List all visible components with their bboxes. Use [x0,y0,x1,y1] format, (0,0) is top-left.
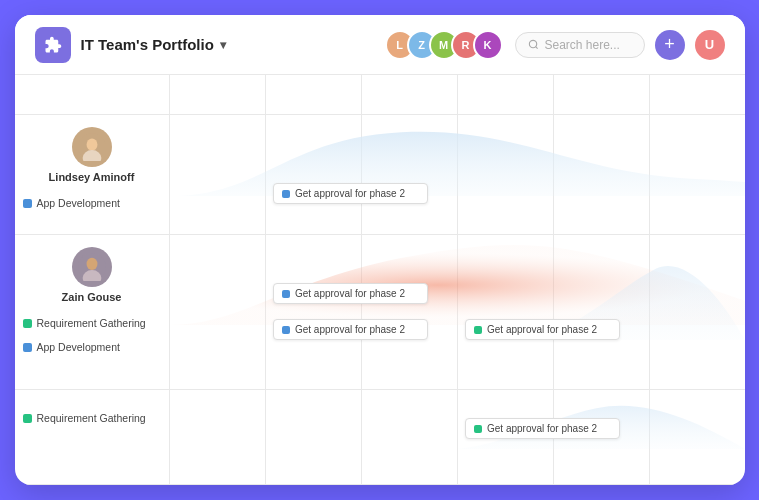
main-content: Lindsey Aminoff App Development [15,75,745,485]
grid-col [266,390,362,484]
task-chip-zain-1[interactable]: Get approval for phase 2 [273,283,428,304]
task-dot-blue [23,199,32,208]
task-chip-third-1[interactable]: Get approval for phase 2 [465,418,620,439]
person-info-zain: Zain Gouse [15,235,169,311]
task-label-text: App Development [37,341,120,353]
col-header-1 [170,75,266,114]
portfolio-title[interactable]: IT Team's Portfolio ▾ [81,36,226,53]
title-text: IT Team's Portfolio [81,36,214,53]
task-chip-zain-3[interactable]: Get approval for phase 2 [465,319,620,340]
grid-col [458,115,554,234]
task-label-req-gathering-third: Requirement Gathering [15,406,169,430]
task-dot-blue [23,343,32,352]
grid-col [362,115,458,234]
grid-col [362,235,458,389]
task-label-text: App Development [37,197,120,209]
timeline-area: Get approval for phase 2 [170,75,745,485]
svg-point-5 [86,258,97,270]
grid-col [650,235,745,389]
header-spacer [15,75,169,115]
chip-dot-green [474,326,482,334]
grid-col [650,115,745,234]
timeline-section-lindsey: Get approval for phase 2 [170,115,745,235]
avatar-lindsey [72,127,112,167]
col-header-4 [458,75,554,114]
grid-col [170,390,266,484]
grid-col [362,390,458,484]
timeline-grid-lindsey [170,115,745,234]
timeline-grid-third [170,390,745,484]
grid-col [554,115,650,234]
task-dot-green [23,414,32,423]
col-header-6 [650,75,745,114]
task-label-app-dev-zain: App Development [15,335,169,359]
chevron-down-icon: ▾ [220,38,226,52]
timeline-section-third: Get approval for phase 2 [170,390,745,485]
chip-dot-blue [282,190,290,198]
task-chip-zain-2[interactable]: Get approval for phase 2 [273,319,428,340]
add-button[interactable]: + [655,30,685,60]
app-window: IT Team's Portfolio ▾ L Z M R K Search h… [15,15,745,485]
chip-text: Get approval for phase 2 [487,324,597,335]
chip-text: Get approval for phase 2 [487,423,597,434]
timeline-section-zain: Get approval for phase 2 Get approval fo… [170,235,745,390]
grid-col [650,390,745,484]
task-label-req-gathering-zain: Requirement Gathering [15,311,169,335]
svg-point-2 [86,138,97,150]
chip-text: Get approval for phase 2 [295,324,405,335]
avatar-zain [72,247,112,287]
person-name-lindsey: Lindsey Aminoff [49,171,135,183]
chip-dot-green [474,425,482,433]
task-dot-green [23,319,32,328]
task-label-text: Requirement Gathering [37,412,146,424]
col-header-2 [266,75,362,114]
task-label-text: Requirement Gathering [37,317,146,329]
chip-text: Get approval for phase 2 [295,188,405,199]
grid-col [266,115,362,234]
timeline-grid-zain [170,235,745,389]
task-label-app-dev: App Development [15,191,169,215]
search-icon [528,39,539,50]
chip-dot-blue [282,290,290,298]
timeline-rows: Get approval for phase 2 [170,115,745,485]
user-avatar[interactable]: U [695,30,725,60]
grid-col [170,235,266,389]
left-panel: Lindsey Aminoff App Development [15,75,170,485]
avatar: K [473,30,503,60]
svg-point-0 [529,40,536,47]
grid-col [170,115,266,234]
header: IT Team's Portfolio ▾ L Z M R K Search h… [15,15,745,75]
grid-col [554,235,650,389]
person-row-zain: Zain Gouse Requirement Gathering App Dev… [15,235,169,390]
person-name-zain: Zain Gouse [62,291,122,303]
chip-dot-blue [282,326,290,334]
task-chip-lindsey-1[interactable]: Get approval for phase 2 [273,183,428,204]
person-row-third: Requirement Gathering [15,390,169,485]
col-header-3 [362,75,458,114]
chip-text: Get approval for phase 2 [295,288,405,299]
search-placeholder: Search here... [545,38,620,52]
grid-col [458,235,554,389]
person-info-lindsey: Lindsey Aminoff [15,115,169,191]
timeline-header [170,75,745,115]
col-header-5 [554,75,650,114]
person-row-lindsey: Lindsey Aminoff App Development [15,115,169,235]
app-logo [35,27,71,63]
search-box[interactable]: Search here... [515,32,645,58]
team-avatars: L Z M R K [385,30,503,60]
grid-col [266,235,362,389]
